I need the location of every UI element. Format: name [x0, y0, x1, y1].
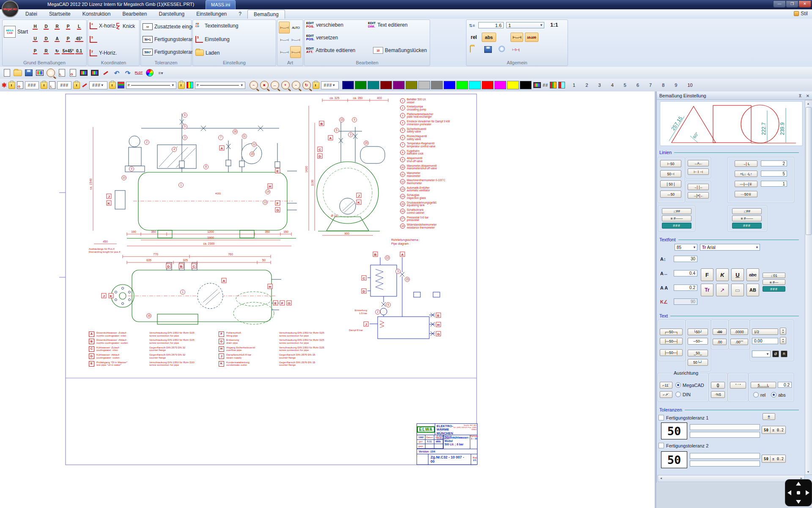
close-button[interactable]: ✕ — [798, 0, 811, 8]
panel-horizontal-scrollbar[interactable]: ◄ ► — [658, 475, 805, 482]
text-pos-3[interactable]: ├─50─┤ — [660, 349, 683, 356]
fraction-stepper[interactable]: ▲▼ — [780, 328, 786, 335]
text-line-btn[interactable]: ≡ #— — [763, 279, 785, 285]
dim-tool-icon-8[interactable]: P — [63, 33, 74, 45]
color-swatch-6[interactable] — [418, 81, 430, 89]
abs-toggle-button[interactable]: abs — [482, 33, 496, 42]
dim-line-style-3[interactable]: | 50 | — [660, 180, 681, 188]
text-box-button[interactable]: ▭ — [731, 284, 744, 296]
plusminus-button[interactable]: ± — [763, 413, 775, 420]
bemassungsluecken-button[interactable]: 10 Bemaßungslücken — [373, 47, 427, 54]
decimal-4-button[interactable]: .0000 — [730, 329, 748, 335]
color-swatch-12[interactable] — [494, 81, 506, 89]
radius-button[interactable]: R — [781, 351, 787, 357]
color-swatch-8[interactable] — [444, 81, 455, 89]
color-grid-icon[interactable] — [187, 82, 193, 88]
menu-item-startseite[interactable]: Startseite — [43, 10, 77, 19]
lock-icon[interactable] — [73, 82, 80, 89]
parentheses-button[interactable]: () — [711, 382, 725, 389]
pen-number-9[interactable]: 9 — [675, 83, 677, 88]
tol1-example-button[interactable]: 50± 0.2 — [762, 426, 786, 434]
color-swatch-7[interactable] — [431, 81, 443, 89]
group-combo[interactable]: ### — [25, 81, 39, 89]
group-doc-icon[interactable]: G — [17, 81, 23, 89]
decimal-off-button[interactable]: .00 — [713, 329, 727, 335]
degree-button[interactable]: ° ′ ″ — [730, 382, 746, 389]
drawing-canvas[interactable]: 190 350 1200 350 150 1900 ca. 2300 ca. 1… — [0, 91, 655, 508]
pan-down-icon[interactable] — [796, 500, 801, 504]
dim-art-button-2[interactable]: ⊢—⊣ — [279, 34, 290, 46]
bold-button[interactable]: F — [701, 268, 713, 281]
color-swatch-13[interactable] — [507, 81, 519, 89]
color-swatch-4[interactable] — [393, 81, 405, 89]
zoom-in-icon[interactable]: + — [281, 81, 290, 89]
zoom-fit-icon[interactable]: ↔ — [271, 81, 279, 89]
zoom-stop-icon[interactable]: ■ — [260, 81, 269, 89]
fertigungstoleranz1-checkbox[interactable]: Fertigungstoleranz 1 — [658, 415, 708, 420]
text-angle-field[interactable]: 90 — [674, 298, 697, 305]
stil-label[interactable]: Stil — [801, 11, 808, 17]
radio-megacad[interactable]: MegaCAD — [675, 382, 704, 388]
pan-right-icon[interactable] — [806, 490, 809, 495]
color-swatch-5[interactable] — [406, 81, 417, 89]
arrow-style-3[interactable]: →| |← — [688, 184, 709, 190]
decimal-2-button[interactable]: .00 — [713, 339, 727, 345]
ext-line-val-1[interactable]: 2 — [761, 160, 787, 166]
start-button[interactable]: MEGACAD Start — [4, 23, 28, 40]
pen-number-6[interactable]: 6 — [636, 83, 639, 88]
dim-tool-icon-9[interactable]: 45° — [74, 33, 85, 45]
dim-tool-icon-13[interactable]: 5×45° — [63, 45, 74, 58]
scroll-down-icon[interactable]: ▼ — [805, 469, 811, 475]
einstellung-button[interactable]: 5 Einstellung — [195, 36, 230, 43]
word-spacing-field[interactable]: 0.2 — [674, 284, 697, 291]
ext-line-btn-4[interactable]: ⋯50∓ — [735, 191, 757, 197]
arrow-style-2[interactable]: ⊢ I ⊣ — [688, 168, 709, 175]
undo-icon[interactable]: ↶ — [112, 69, 121, 77]
lock-icon[interactable] — [109, 82, 116, 89]
text-color-btn[interactable]: ### — [763, 286, 785, 292]
open-folder-icon[interactable] — [14, 69, 22, 77]
scroll-thumb[interactable] — [806, 107, 812, 235]
pen-palette-icon[interactable] — [550, 82, 557, 88]
pen-number-4[interactable]: 4 — [611, 83, 614, 88]
dim-art-button-1[interactable]: AUTO — [290, 22, 301, 33]
rel-label[interactable]: rel — [471, 34, 477, 40]
erase-icon[interactable] — [102, 69, 110, 77]
menu-item-darstellung[interactable]: Darstellung — [153, 10, 190, 19]
menu-item-einstellungen[interactable]: Einstellungen — [190, 10, 233, 19]
save-prt-icon[interactable] — [25, 69, 33, 77]
pen-number-1[interactable]: 1 — [573, 83, 575, 88]
dim-tool-icon-6[interactable]: D — [41, 33, 52, 45]
ext-line-btn-3[interactable]: —|—|∓ — [735, 181, 757, 187]
text-height-field[interactable]: 30 — [674, 256, 697, 262]
unit-dropdown[interactable]: 1▼ — [506, 22, 544, 28]
zoom-previous-icon[interactable]: ↻ — [302, 81, 311, 89]
round-stepper[interactable]: ▲▼ — [780, 337, 786, 344]
color-btn-1[interactable]: ### — [662, 223, 691, 229]
text-align-4[interactable]: 50└┘ — [688, 359, 708, 366]
cad-drawing[interactable]: 190 350 1200 350 150 1900 ca. 2300 ca. 1… — [0, 91, 655, 508]
color-swatch-10[interactable] — [469, 81, 481, 89]
color-swatch-2[interactable] — [368, 81, 379, 89]
versetzen-button[interactable]: EDITPOS. versetzen — [306, 34, 338, 41]
ext-line-val-2[interactable]: 5 — [761, 171, 787, 177]
tolerance-mode-button[interactable]: 10.100 — [525, 33, 538, 42]
diameter-button[interactable]: Ø — [772, 351, 779, 357]
pen-number-btn-2[interactable]: ↓:## — [732, 208, 762, 214]
line-type-btn-1[interactable]: ≡ #—— — [662, 215, 691, 221]
color-swatch-9[interactable] — [456, 81, 468, 89]
truetype-button[interactable]: Tr — [701, 284, 713, 296]
texteinstellung-button[interactable]: ABCD Texteinstellung — [195, 22, 238, 29]
pen-style-icon[interactable] — [82, 82, 88, 88]
line-palette-icon[interactable] — [558, 82, 565, 88]
color-swatch-14[interactable] — [520, 81, 532, 89]
pen-number-7[interactable]: 7 — [649, 83, 652, 88]
align-din-icon-button[interactable]: ⌐⇗´ — [660, 391, 672, 398]
line-style-combo[interactable]: #▼ — [195, 82, 245, 89]
menu-item-?[interactable]: ? — [233, 10, 247, 19]
percent-button[interactable]: ·%5 — [711, 391, 725, 398]
save-settings-button[interactable] — [484, 46, 492, 53]
redo-icon[interactable]: ↷ — [123, 69, 132, 77]
pen-combo[interactable]: ###▼ — [89, 81, 107, 89]
underline-button[interactable]: U — [731, 268, 744, 281]
